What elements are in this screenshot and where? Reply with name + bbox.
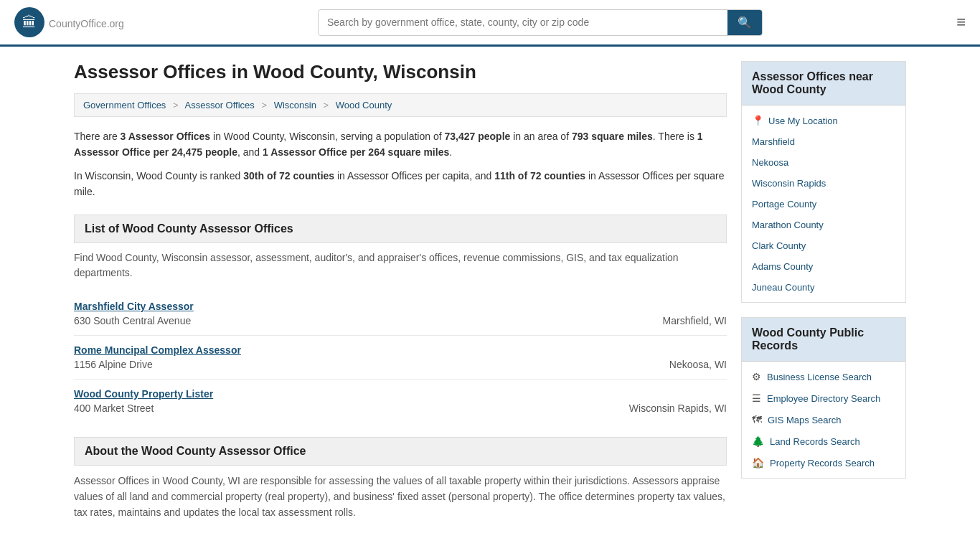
office-city-rome: Nekoosa, WI [669,359,727,370]
gis-maps-search-link[interactable]: 🗺 GIS Maps Search [742,409,905,430]
use-location-link[interactable]: 📍 Use My Location [742,110,905,131]
sidebar: Assessor Offices near Wood County 📍 Use … [741,61,906,521]
office-address-rome: 1156 Alpine Drive [74,359,153,370]
offices-list: Marshfield City Assessor 630 South Centr… [74,292,727,423]
list-icon: ☰ [752,392,761,404]
nearby-marathon-county[interactable]: Marathon County [742,215,905,235]
breadcrumb-assessor-offices[interactable]: Assessor Offices [185,100,255,110]
office-city-wood: Wisconsin Rapids, WI [629,402,727,414]
nearby-juneau-county[interactable]: Juneau County [742,277,905,298]
office-city-marshfield: Marshfield, WI [663,315,727,326]
search-bar: 🔍 [318,9,763,36]
gear-icon: ⚙ [752,371,761,382]
property-records-search-link[interactable]: 🏠 Property Records Search [742,452,905,474]
nearby-portage-county[interactable]: Portage County [742,194,905,215]
page-title: Assessor Offices in Wood County, Wiscons… [74,61,727,83]
office-name-rome[interactable]: Rome Muncipal Complex Assessor [74,344,727,356]
office-entry: Marshfield City Assessor 630 South Centr… [74,292,727,336]
logo-area: 🏛 CountyOffice.org [14,7,124,37]
nearby-adams-county[interactable]: Adams County [742,256,905,277]
logo-text: CountyOffice.org [49,14,124,31]
public-records-box-body: ⚙ Business License Search ☰ Employee Dir… [742,362,905,478]
about-section-header: About the Wood County Assessor Office [74,437,727,466]
nearby-box: Assessor Offices near Wood County 📍 Use … [741,61,906,303]
office-address-marshfield: 630 South Central Avenue [74,315,191,326]
office-address-wood: 400 Market Street [74,402,154,414]
employee-directory-search-link[interactable]: ☰ Employee Directory Search [742,387,905,409]
nearby-box-header: Assessor Offices near Wood County [742,62,905,105]
map-icon: 🗺 [752,414,762,425]
public-records-box-header: Wood County Public Records [742,318,905,362]
about-section: About the Wood County Assessor Office As… [74,437,727,521]
land-records-search-link[interactable]: 🌲 Land Records Search [742,430,905,452]
nearby-nekoosa[interactable]: Nekoosa [742,152,905,173]
office-entry: Wood County Property Lister 400 Market S… [74,380,727,423]
office-name-marshfield[interactable]: Marshfield City Assessor [74,301,727,312]
nearby-clark-county[interactable]: Clark County [742,235,905,256]
pin-icon: 📍 [752,115,764,126]
public-records-box: Wood County Public Records ⚙ Business Li… [741,317,906,479]
list-section-desc: Find Wood County, Wisconsin assessor, as… [74,250,727,281]
business-license-search-link[interactable]: ⚙ Business License Search [742,366,905,387]
main-content: Assessor Offices in Wood County, Wiscons… [74,61,727,521]
search-input[interactable] [319,11,727,34]
intro-paragraph-1: There are 3 Assessor Offices in Wood Cou… [74,128,727,161]
office-entry: Rome Muncipal Complex Assessor 1156 Alpi… [74,336,727,380]
list-section-header: List of Wood County Assessor Offices [74,215,727,243]
nearby-wisconsin-rapids[interactable]: Wisconsin Rapids [742,173,905,194]
about-text: Assessor Offices in Wood County, WI are … [74,473,727,521]
nearby-marshfield[interactable]: Marshfield [742,131,905,152]
menu-icon[interactable]: ≡ [956,13,966,32]
page-wrap: Assessor Offices in Wood County, Wiscons… [60,47,920,535]
breadcrumb: Government Offices > Assessor Offices > … [74,93,727,117]
breadcrumb-wisconsin[interactable]: Wisconsin [274,100,316,110]
breadcrumb-wood-county[interactable]: Wood County [336,100,392,110]
office-name-wood[interactable]: Wood County Property Lister [74,388,727,400]
tree-icon: 🌲 [752,435,764,447]
logo-icon: 🏛 [14,7,44,37]
intro-paragraph-2: In Wisconsin, Wood County is ranked 30th… [74,168,727,200]
nearby-box-body: 📍 Use My Location Marshfield Nekoosa Wis… [742,105,905,302]
breadcrumb-gov-offices[interactable]: Government Offices [83,100,166,110]
search-button[interactable]: 🔍 [727,10,762,35]
home-icon: 🏠 [752,457,764,468]
site-header: 🏛 CountyOffice.org 🔍 ≡ [0,0,980,47]
